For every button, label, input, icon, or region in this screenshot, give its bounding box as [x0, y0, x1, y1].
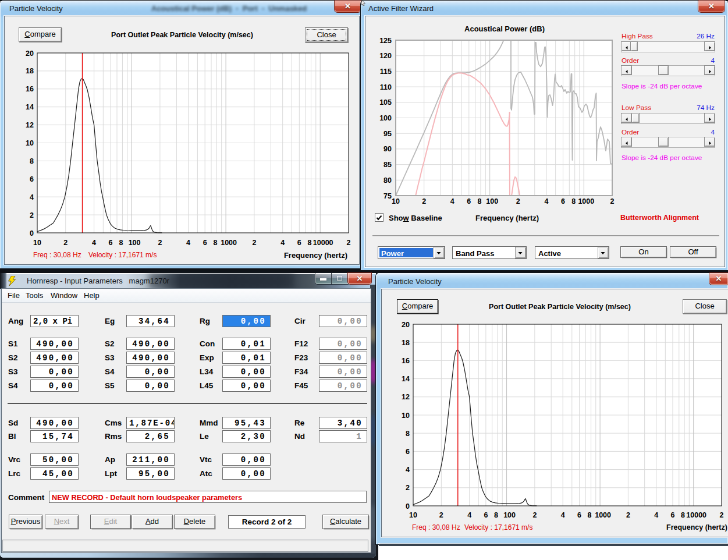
- svg-text:2: 2: [63, 239, 68, 247]
- svg-text:2: 2: [347, 239, 351, 247]
- svg-text:6: 6: [30, 175, 34, 183]
- svg-text:105: 105: [379, 98, 392, 107]
- svg-text:1000: 1000: [578, 197, 594, 205]
- svg-text:10: 10: [392, 197, 400, 205]
- svg-text:4: 4: [30, 193, 34, 201]
- svg-text:100: 100: [486, 197, 498, 205]
- svg-text:90: 90: [383, 145, 392, 153]
- svg-text:95: 95: [383, 130, 392, 138]
- svg-text:85: 85: [383, 161, 392, 169]
- svg-text:4: 4: [186, 239, 190, 247]
- svg-text:100: 100: [129, 239, 141, 247]
- svg-text:18: 18: [26, 67, 34, 75]
- svg-text:110: 110: [380, 83, 392, 91]
- svg-text:2: 2: [516, 197, 520, 205]
- svg-text:8: 8: [571, 197, 576, 205]
- svg-text:20: 20: [26, 49, 34, 58]
- svg-text:4: 4: [92, 239, 96, 247]
- svg-text:80: 80: [383, 176, 392, 185]
- svg-text:8: 8: [119, 239, 123, 247]
- svg-text:2: 2: [252, 239, 256, 247]
- svg-text:100: 100: [379, 114, 392, 122]
- svg-text:125: 125: [379, 37, 392, 45]
- svg-text:10000: 10000: [313, 239, 333, 247]
- svg-text:6: 6: [203, 239, 207, 247]
- svg-text:8: 8: [30, 157, 34, 165]
- svg-text:6: 6: [109, 239, 113, 247]
- svg-text:2: 2: [422, 197, 426, 205]
- svg-text:120: 120: [379, 52, 392, 60]
- svg-text:16: 16: [26, 85, 34, 93]
- svg-text:8: 8: [478, 197, 482, 205]
- svg-text:2: 2: [610, 197, 615, 205]
- svg-text:10: 10: [26, 139, 34, 147]
- svg-text:8: 8: [213, 239, 217, 247]
- svg-text:6: 6: [297, 239, 301, 247]
- svg-text:6: 6: [467, 197, 471, 205]
- svg-text:4: 4: [545, 197, 549, 205]
- svg-text:2: 2: [30, 211, 34, 219]
- svg-text:8: 8: [308, 239, 312, 247]
- svg-text:0: 0: [30, 229, 34, 238]
- svg-text:2: 2: [158, 239, 162, 247]
- svg-text:12: 12: [26, 121, 34, 129]
- svg-text:4: 4: [280, 239, 285, 247]
- svg-text:6: 6: [561, 197, 565, 205]
- svg-text:4: 4: [450, 197, 454, 205]
- svg-text:75: 75: [383, 192, 392, 200]
- svg-text:10: 10: [33, 239, 41, 247]
- svg-text:14: 14: [26, 103, 34, 111]
- svg-text:1000: 1000: [221, 239, 237, 247]
- svg-text:115: 115: [380, 68, 392, 76]
